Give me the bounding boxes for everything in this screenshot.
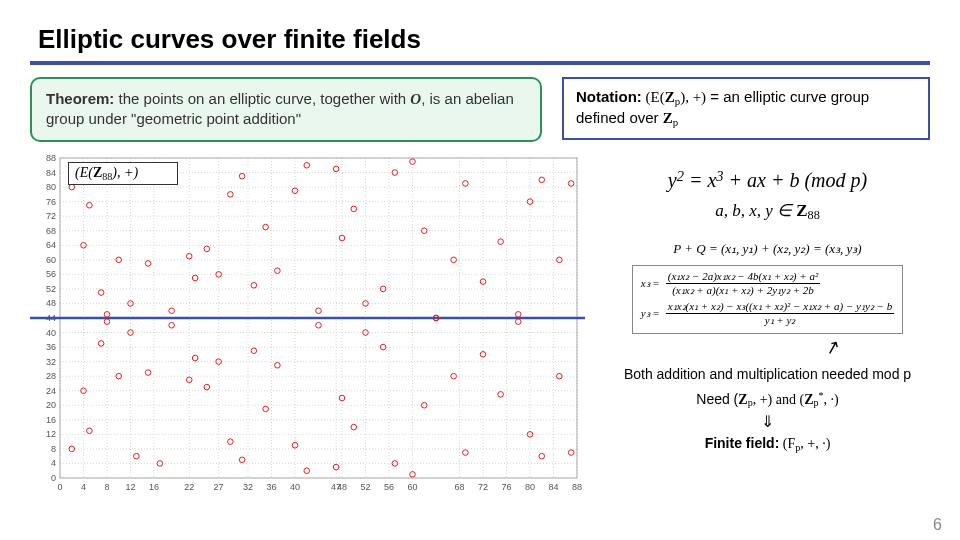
svg-text:48: 48	[46, 298, 56, 308]
svg-text:40: 40	[290, 482, 300, 492]
svg-text:36: 36	[46, 342, 56, 352]
need-mid: , +) and (	[753, 391, 804, 406]
svg-point-104	[134, 453, 140, 459]
svg-text:56: 56	[46, 269, 56, 279]
svg-text:68: 68	[46, 225, 56, 235]
svg-text:48: 48	[337, 482, 347, 492]
svg-point-133	[304, 162, 310, 168]
y3-den: y₁ + y₂	[666, 314, 894, 327]
svg-point-117	[204, 384, 210, 390]
svg-text:88: 88	[46, 153, 56, 163]
eq-y: y	[668, 169, 677, 191]
svg-text:4: 4	[51, 458, 56, 468]
svg-text:0: 0	[57, 482, 62, 492]
svg-point-140	[351, 424, 357, 430]
svg-point-120	[228, 191, 234, 197]
notation-box: Notation: (E(Zp), +) = an elliptic curve…	[562, 77, 930, 140]
svg-point-126	[263, 224, 269, 230]
svg-point-110	[169, 322, 175, 328]
svg-text:0: 0	[51, 473, 56, 483]
set-vars: a, b, x, y ∈	[715, 201, 796, 220]
svg-text:40: 40	[46, 327, 56, 337]
addition-formula-box: x₃ = (x₁x₂ − 2a)x₁x₂ − 4b(x₁ + x₂) + a² …	[632, 265, 904, 334]
svg-text:80: 80	[525, 482, 535, 492]
svg-text:76: 76	[501, 482, 511, 492]
svg-point-97	[98, 289, 104, 295]
svg-text:8: 8	[104, 482, 109, 492]
y3-num: x₁x₂(x₁ + x₂) − x₃((x₁ + x₂)² − x₁x₂ + a…	[666, 300, 894, 314]
svg-point-106	[145, 369, 151, 375]
ff-open: (F	[779, 436, 795, 451]
svg-point-121	[228, 438, 234, 444]
title-rule	[30, 61, 930, 65]
y3-formula: y₃ = x₁x₂(x₁ + x₂) − x₃((x₁ + x₂)² − x₁x…	[641, 300, 895, 326]
svg-text:12: 12	[125, 482, 135, 492]
y3-frac: x₁x₂(x₁ + x₂) − x₃((x₁ + x₂)² − x₁x₂ + a…	[666, 300, 894, 326]
svg-point-162	[515, 318, 521, 324]
pointer-arrow-icon: ↗	[822, 334, 842, 359]
svg-text:28: 28	[46, 371, 56, 381]
theorem-label: Theorem:	[46, 90, 114, 107]
svg-point-115	[192, 355, 198, 361]
variable-domain: a, b, x, y ∈ Z88	[605, 200, 930, 223]
chart-svg: 0481216202428323640444852566064687276808…	[30, 150, 585, 500]
set-sub: 88	[808, 208, 820, 222]
svg-point-156	[463, 449, 469, 455]
svg-text:16: 16	[46, 414, 56, 424]
notation-Z2: Z	[663, 110, 673, 126]
svg-point-132	[304, 467, 310, 473]
svg-text:12: 12	[46, 429, 56, 439]
notation-label: Notation:	[576, 88, 642, 105]
svg-point-114	[192, 275, 198, 281]
point-addition-eq: P + Q = (x₁, y₁) + (x₂, y₂) = (x₃, y₃)	[605, 241, 930, 257]
page-title: Elliptic curves over finite fields	[38, 24, 930, 55]
svg-point-166	[539, 453, 545, 459]
svg-point-141	[351, 206, 357, 212]
svg-point-161	[498, 391, 504, 397]
x3-formula: x₃ = (x₁x₂ − 2a)x₁x₂ − 4b(x₁ + x₂) + a² …	[641, 270, 895, 296]
ff-label: Finite field:	[705, 435, 780, 451]
need-line: Need (Zp, +) and (Zp*, ·)	[605, 390, 930, 408]
svg-point-135	[316, 322, 322, 328]
y3-lhs: y₃ =	[641, 307, 660, 320]
eq-x-exp: 3	[716, 168, 723, 184]
svg-point-157	[463, 180, 469, 186]
eq-rest: + ax + b (mod p)	[724, 169, 868, 191]
svg-text:52: 52	[360, 482, 370, 492]
notation-Z: Z	[665, 89, 675, 105]
svg-text:20: 20	[46, 400, 56, 410]
content-row: 0481216202428323640444852566064687276808…	[30, 150, 930, 504]
set-Z: Z	[796, 201, 807, 220]
math-column: y2 = x3 + ax + b (mod p) a, b, x, y ∈ Z8…	[605, 150, 930, 457]
svg-text:56: 56	[384, 482, 394, 492]
svg-text:88: 88	[572, 482, 582, 492]
svg-point-123	[239, 173, 245, 179]
chart-label-box: (E(Z88), +)	[68, 162, 178, 185]
x3-lhs: x₃ =	[641, 277, 660, 290]
svg-point-127	[263, 406, 269, 412]
svg-text:22: 22	[184, 482, 194, 492]
note-both-text: Both addition and multiplication needed …	[624, 366, 911, 382]
page-number: 6	[933, 516, 942, 534]
svg-point-134	[316, 307, 322, 313]
need-end: , ·)	[824, 391, 839, 406]
svg-text:24: 24	[46, 385, 56, 395]
svg-text:84: 84	[46, 167, 56, 177]
svg-text:32: 32	[46, 356, 56, 366]
svg-text:60: 60	[407, 482, 417, 492]
svg-text:84: 84	[548, 482, 558, 492]
curve-equation: y2 = x3 + ax + b (mod p)	[605, 168, 930, 192]
svg-point-128	[275, 362, 281, 368]
svg-text:32: 32	[243, 482, 253, 492]
svg-text:52: 52	[46, 283, 56, 293]
need-Z1: Z	[738, 391, 747, 406]
svg-text:60: 60	[46, 254, 56, 264]
notation-p2: p	[673, 116, 678, 128]
svg-point-111	[169, 307, 175, 313]
svg-point-167	[539, 177, 545, 183]
point-at-infinity-icon: O	[410, 91, 421, 107]
svg-point-129	[275, 267, 281, 273]
svg-text:16: 16	[149, 482, 159, 492]
svg-point-122	[239, 457, 245, 463]
svg-point-163	[515, 311, 521, 317]
